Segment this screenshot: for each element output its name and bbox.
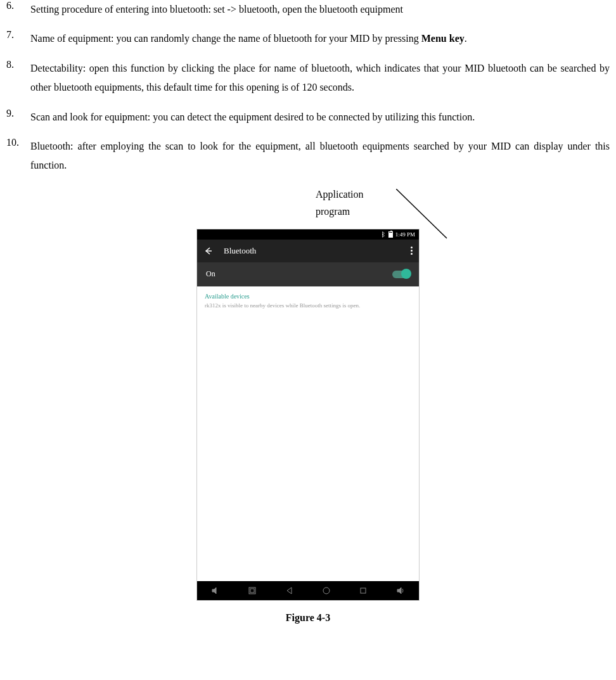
text-segment: Name of equipment: you can randomly chan…	[30, 33, 421, 44]
status-time: 1:49 PM	[395, 231, 415, 238]
nav-home-icon[interactable]	[322, 586, 331, 595]
svg-point-4	[323, 587, 330, 594]
item-text: Scan and look for equipment: you can det…	[30, 108, 610, 127]
app-header: Bluetooth	[197, 240, 419, 262]
figure-caption: Figure 4-3	[6, 612, 610, 624]
item-number: 9.	[6, 108, 30, 127]
item-number: 10.	[6, 137, 30, 176]
list-item-10: 10. Bluetooth: after employing the scan …	[6, 137, 610, 176]
bluetooth-icon	[381, 231, 386, 238]
available-devices-label: Available devices	[197, 286, 419, 302]
header-title: Bluetooth	[224, 246, 411, 256]
back-arrow-icon[interactable]	[203, 247, 212, 255]
item-text: Setting procedure of entering into bluet…	[30, 0, 610, 19]
list-item-7: 7. Name of equipment: you can randomly c…	[6, 29, 610, 48]
status-bar: 1:49 PM	[197, 229, 419, 240]
bold-text: Menu key	[421, 33, 465, 44]
bluetooth-toggle-row[interactable]: On	[197, 262, 419, 286]
text-segment: .	[465, 33, 467, 44]
list-item-9: 9. Scan and look for equipment: you can …	[6, 108, 610, 127]
annotation-callout: Application program	[6, 186, 610, 224]
phone-screenshot: 1:49 PM Bluetooth On Available devices r…	[196, 229, 420, 601]
on-label: On	[206, 269, 392, 279]
nav-volume-down-icon[interactable]	[211, 586, 220, 595]
item-number: 8.	[6, 59, 30, 98]
item-text: Detectability: open this function by cli…	[30, 59, 610, 98]
menu-icon[interactable]	[411, 247, 413, 255]
item-number: 7.	[6, 29, 30, 48]
annotation-label: Application program	[316, 186, 610, 220]
battery-icon	[388, 231, 393, 238]
list-item-6: 6. Setting procedure of entering into bl…	[6, 0, 610, 19]
svg-rect-3	[250, 589, 254, 593]
nav-volume-up-icon[interactable]	[396, 586, 405, 595]
visibility-text: rk312x is visible to nearby devices whil…	[197, 302, 419, 314]
toggle-knob	[401, 269, 411, 279]
navigation-bar	[197, 581, 419, 600]
item-text: Bluetooth: after employing the scan to l…	[30, 137, 610, 176]
screenshot-container: 1:49 PM Bluetooth On Available devices r…	[6, 229, 610, 601]
list-item-8: 8. Detectability: open this function by …	[6, 59, 610, 98]
annotation-line1: Application	[316, 186, 610, 203]
item-text: Name of equipment: you can randomly chan…	[30, 29, 610, 48]
nav-back-icon[interactable]	[285, 586, 294, 595]
svg-rect-5	[361, 588, 366, 593]
nav-screenshot-icon[interactable]	[248, 586, 257, 595]
nav-recent-icon[interactable]	[359, 586, 368, 595]
item-number: 6.	[6, 0, 30, 19]
toggle-switch[interactable]	[392, 271, 410, 278]
annotation-line2: program	[316, 203, 610, 220]
